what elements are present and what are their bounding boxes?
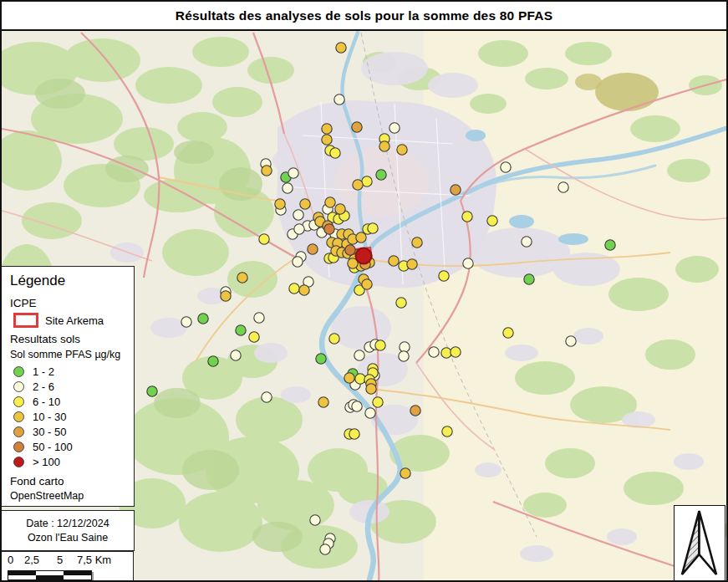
legend-class-row: 2 - 6 — [13, 379, 125, 394]
scale-bar-icon — [8, 570, 92, 580]
sample-point — [407, 259, 417, 269]
scale-tick-labels: 0 2,5 5 7,5 Km — [2, 552, 133, 567]
sample-point — [396, 298, 406, 308]
sample-point — [356, 248, 372, 264]
sample-point — [335, 204, 345, 214]
sample-point — [294, 224, 304, 234]
info-box: Date : 12/12/2024 Ozon l'Eau Saine — [1, 510, 135, 551]
sample-point — [310, 515, 320, 525]
arkema-rect-icon — [13, 313, 38, 328]
sample-point — [524, 274, 534, 284]
class-swatch-icon — [13, 457, 24, 467]
sample-point — [325, 197, 335, 207]
legend-item-openstreetmap: OpenStreetMap — [10, 490, 125, 502]
sample-point — [308, 244, 318, 254]
class-swatch-icon — [13, 366, 24, 377]
sample-point — [289, 283, 299, 294]
sample-point — [353, 180, 363, 190]
class-swatch-icon — [13, 442, 24, 452]
sample-point — [231, 350, 241, 360]
sample-point — [322, 135, 332, 145]
sample-point — [429, 347, 439, 357]
sample-point — [362, 279, 372, 289]
legend-class-row: 30 - 50 — [13, 424, 125, 439]
scale-tick: 7,5 Km — [77, 554, 111, 566]
sample-point — [389, 123, 400, 133]
sample-point — [259, 234, 269, 244]
legend-heading: Légende — [10, 273, 125, 289]
sample-point — [254, 313, 264, 323]
scale-bar-box: 0 2,5 5 7,5 Km — [1, 551, 134, 582]
sample-point — [236, 325, 246, 335]
legend-class-row: 6 - 10 — [13, 394, 125, 409]
legend-class-row: > 100 — [13, 454, 125, 469]
legend-group-resultats: Resultats sols — [10, 333, 125, 345]
sample-point — [412, 237, 422, 248]
sample-point — [329, 334, 339, 344]
sample-point — [522, 237, 532, 247]
sample-point — [349, 429, 359, 439]
sample-point — [451, 347, 461, 357]
sample-point — [558, 182, 568, 192]
legend-box: Légende ICPE Site Arkema Resultats sols … — [1, 266, 135, 507]
sample-point — [293, 210, 303, 220]
map-layout-page: Résultats des analyses de sols pour la s… — [0, 0, 728, 582]
sample-point — [288, 168, 298, 178]
sample-point — [324, 224, 334, 234]
sample-point — [198, 314, 208, 324]
sample-point — [368, 223, 378, 233]
sample-point — [566, 336, 576, 346]
sample-point — [379, 141, 389, 151]
sample-point — [373, 397, 383, 407]
sample-point — [262, 166, 272, 176]
sample-point — [462, 212, 472, 222]
sample-point — [352, 122, 362, 132]
scale-tick: 0 — [8, 554, 13, 566]
sample-point — [356, 232, 366, 242]
sample-point — [316, 354, 326, 364]
map-title: Résultats des analyses de sols pour la s… — [176, 8, 552, 23]
sample-point — [439, 271, 449, 281]
map-title-bar: Résultats des analyses de sols pour la s… — [2, 2, 726, 31]
legend-group-icpe: ICPE — [10, 297, 125, 309]
scale-tick: 5 — [57, 554, 63, 566]
sample-point — [249, 332, 259, 342]
legend-class-row: 50 - 100 — [13, 439, 125, 454]
class-swatch-icon — [13, 396, 24, 407]
sample-point — [503, 328, 513, 338]
sample-point — [336, 43, 346, 53]
sample-point — [320, 544, 330, 554]
class-swatch-icon — [13, 426, 24, 437]
legend-item-site-arkema: Site Arkema — [13, 313, 125, 328]
sample-point — [399, 351, 409, 361]
sample-point — [293, 257, 303, 267]
sample-point — [181, 317, 191, 327]
sample-point — [299, 285, 309, 295]
sample-point — [375, 340, 385, 350]
sample-point — [147, 386, 157, 396]
sample-point — [487, 216, 497, 226]
sample-point — [237, 273, 247, 283]
sample-point — [345, 245, 355, 255]
sample-point — [397, 145, 407, 155]
sample-point — [442, 426, 452, 436]
sample-point — [221, 291, 231, 301]
sample-point — [300, 199, 310, 209]
sample-point — [400, 468, 410, 478]
sample-point — [318, 397, 328, 407]
sample-point — [451, 185, 461, 195]
sample-point — [463, 258, 473, 268]
legend-group-fond-carto: Fond carto — [10, 475, 125, 488]
sample-point — [365, 408, 375, 418]
sample-point — [344, 373, 354, 383]
sample-point — [410, 406, 420, 416]
sample-point — [376, 170, 386, 180]
north-arrow-icon — [675, 506, 724, 579]
sample-point — [366, 384, 376, 394]
sample-point — [208, 356, 218, 366]
author-line: Ozon l'Eau Saine — [28, 531, 108, 545]
north-arrow-box — [674, 505, 725, 581]
sample-point — [322, 124, 332, 134]
legend-class-row: 1 - 2 — [13, 364, 125, 379]
class-swatch-icon — [13, 411, 24, 422]
